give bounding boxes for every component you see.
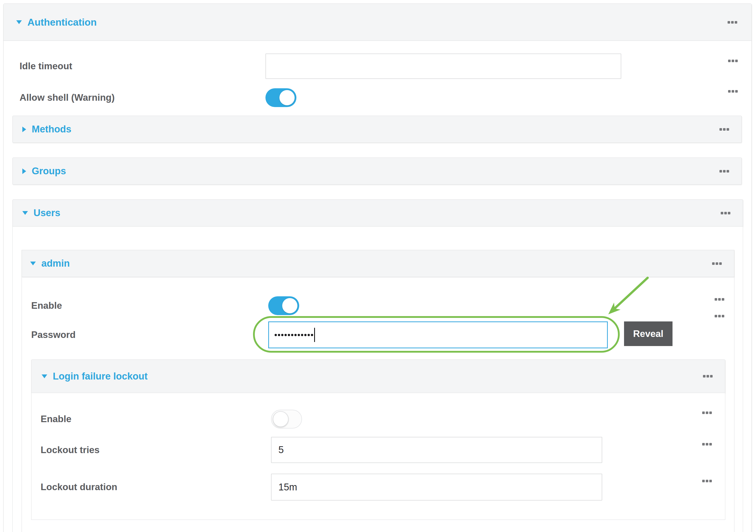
password-input[interactable]: [268, 321, 608, 348]
authentication-menu-button[interactable]: [727, 20, 738, 25]
lockout-section-header[interactable]: Login failure lockout: [31, 359, 725, 393]
ellipsis-menu-icon: [703, 375, 706, 378]
password-mask-dot: [288, 334, 290, 336]
admin-enable-menu-button[interactable]: [714, 297, 725, 302]
password-mask-dot: [298, 334, 300, 336]
password-mask-dot: [304, 334, 307, 336]
password-dots: [275, 334, 313, 336]
collapse-triangle-icon: [30, 262, 36, 265]
password-mask-dot: [301, 334, 303, 336]
reveal-password-button[interactable]: Reveal: [624, 321, 672, 346]
admin-section-header[interactable]: admin: [22, 250, 734, 277]
users-section-header[interactable]: Users: [13, 200, 743, 226]
password-mask-dot: [284, 334, 287, 336]
ellipsis-menu-icon: [702, 480, 705, 482]
lockout-tries-row: Lockout tries: [40, 437, 713, 463]
allow-shell-row: Allow shell (Warning): [4, 89, 751, 107]
authentication-section-header[interactable]: Authentication: [4, 4, 751, 41]
admin-password-label: Password: [31, 330, 268, 340]
lockout-duration-menu-button[interactable]: [701, 479, 713, 483]
admin-menu-button[interactable]: [711, 261, 723, 266]
users-menu-button[interactable]: [720, 211, 731, 215]
lockout-enable-label: Enable: [40, 414, 271, 424]
authentication-settings-page: Authentication Idle timeout Allow shell …: [0, 0, 756, 532]
admin-enable-toggle[interactable]: [268, 296, 299, 315]
ellipsis-menu-icon: [715, 315, 717, 317]
groups-section-header[interactable]: Groups: [13, 158, 742, 185]
admin-enable-label: Enable: [31, 300, 268, 311]
expand-triangle-icon: [22, 169, 26, 174]
idle-timeout-input[interactable]: [265, 54, 621, 79]
lockout-section-title: Login failure lockout: [53, 371, 148, 382]
authentication-body: Idle timeout Allow shell (Warning): [4, 41, 751, 532]
ellipsis-menu-icon: [719, 170, 722, 173]
admin-body: Enable Password: [22, 277, 734, 532]
users-section: Users admin: [13, 200, 743, 532]
lockout-tries-label: Lockout tries: [40, 445, 271, 455]
password-mask-dot: [275, 334, 277, 336]
lockout-enable-row: Enable: [40, 410, 713, 428]
allow-shell-label: Allow shell (Warning): [19, 93, 265, 103]
password-mask-dot: [308, 334, 310, 336]
collapse-triangle-icon: [22, 211, 28, 215]
admin-password-menu-button[interactable]: [714, 314, 725, 318]
lockout-menu-button[interactable]: [702, 374, 714, 379]
ellipsis-menu-icon: [702, 412, 705, 414]
admin-user-section: admin Enable: [22, 250, 734, 532]
allow-shell-toggle[interactable]: [265, 88, 296, 107]
methods-menu-button[interactable]: [718, 127, 730, 132]
admin-section-title: admin: [41, 258, 70, 269]
lockout-tries-menu-button[interactable]: [701, 442, 713, 446]
groups-menu-button[interactable]: [718, 169, 730, 173]
password-control-group: Reveal: [268, 321, 672, 348]
toggle-knob: [280, 90, 295, 105]
ellipsis-menu-icon: [719, 128, 722, 131]
ellipsis-menu-icon: [712, 262, 715, 265]
lockout-tries-input[interactable]: [271, 437, 602, 463]
allow-shell-menu-button[interactable]: [727, 89, 739, 93]
password-mask-dot: [294, 334, 297, 336]
lockout-body: Enable Lock: [31, 393, 725, 520]
ellipsis-menu-icon: [728, 21, 730, 24]
users-body: admin Enable: [13, 226, 743, 532]
idle-timeout-menu-button[interactable]: [727, 59, 739, 63]
groups-section-title: Groups: [32, 166, 66, 176]
toggle-knob: [282, 298, 297, 313]
admin-password-row: Password: [31, 321, 725, 348]
lockout-duration-label: Lockout duration: [40, 482, 271, 492]
methods-section-title: Methods: [32, 124, 71, 135]
admin-enable-row: Enable: [31, 297, 725, 315]
collapse-triangle-icon: [16, 20, 22, 24]
lockout-enable-toggle[interactable]: [271, 410, 302, 429]
ellipsis-menu-icon: [728, 90, 731, 93]
password-mask-dot: [278, 334, 280, 336]
users-section-title: Users: [34, 207, 60, 219]
expand-triangle-icon: [22, 127, 26, 132]
password-mask-dot: [291, 334, 293, 336]
ellipsis-menu-icon: [728, 60, 731, 62]
ellipsis-menu-icon: [702, 443, 705, 445]
lockout-enable-menu-button[interactable]: [701, 411, 713, 415]
authentication-section-title: Authentication: [27, 17, 97, 28]
methods-section-header[interactable]: Methods: [13, 116, 742, 143]
idle-timeout-row: Idle timeout: [4, 54, 751, 79]
password-mask-dot: [311, 334, 313, 336]
ellipsis-menu-icon: [715, 298, 717, 301]
lockout-duration-row: Lockout duration: [40, 474, 713, 500]
text-cursor: [314, 328, 315, 342]
login-failure-lockout-section: Login failure lockout Enable: [31, 359, 725, 520]
toggle-knob: [273, 411, 288, 427]
ellipsis-menu-icon: [721, 212, 723, 214]
lockout-duration-input[interactable]: [271, 474, 602, 500]
authentication-panel: Authentication Idle timeout Allow shell …: [3, 4, 752, 532]
collapse-triangle-icon: [41, 374, 47, 378]
password-mask-dot: [281, 334, 284, 336]
idle-timeout-label: Idle timeout: [19, 61, 265, 71]
